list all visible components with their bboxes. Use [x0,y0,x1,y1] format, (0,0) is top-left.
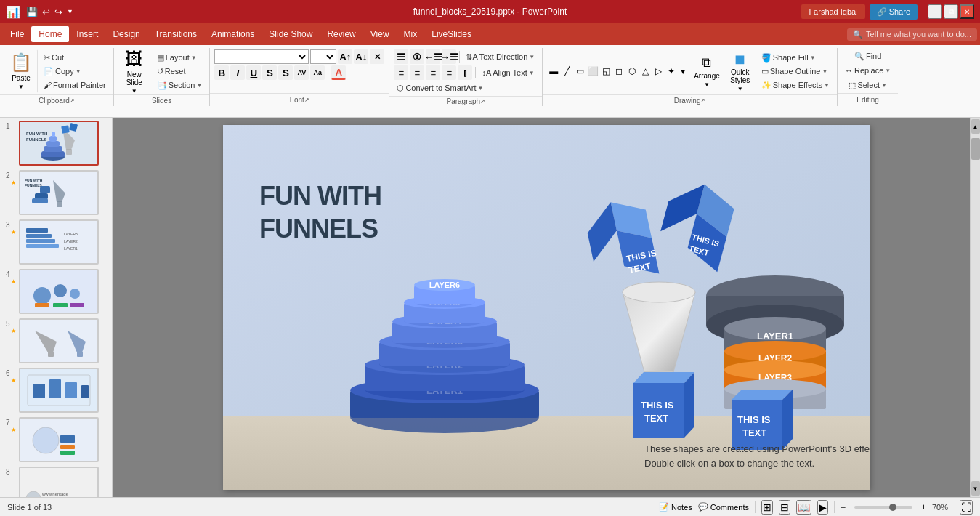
undo-button[interactable]: ↩ [41,5,52,19]
font-color-button[interactable]: A [331,65,346,80]
slide-thumb-6[interactable] [19,368,99,413]
vertical-scrollbar[interactable]: ▲ ▼ [970,118,980,497]
increase-indent-button[interactable]: →☰ [442,49,456,64]
slide-item-2[interactable]: 2 ★ FUN WITH FUNNELS [3,170,109,215]
slide-item-3[interactable]: 3 ★ LAYER3 LAYER2 LAYER1 [3,219,109,265]
scroll-down-button[interactable]: ▼ [971,481,980,496]
spacing-button[interactable]: AV [294,65,309,80]
menu-item-liveslides[interactable]: LiveSlides [424,26,479,42]
menu-item-file[interactable]: File [3,26,31,42]
shapes-more-arrow[interactable]: ▼ [679,68,687,76]
decrease-indent-button[interactable]: ←☰ [426,49,440,64]
shape-effects-button[interactable]: ✨ Shape Effects ▼ [758,78,833,92]
shape-cell[interactable]: ▬ [547,65,560,77]
shape-cell[interactable]: ◱ [599,65,612,77]
menu-item-transitions[interactable]: Transitions [147,26,204,42]
comments-button[interactable]: 💬 Comments [698,502,749,512]
font-size-select[interactable] [310,49,336,64]
align-text-button[interactable]: ↕A Align Text ▼ [479,66,537,79]
shape-outline-button[interactable]: ▭ Shape Outline ▼ [758,65,833,78]
find-button[interactable]: 🔍 Find [851,49,884,63]
notes-button[interactable]: 📝 Notes [659,502,692,512]
paragraph-expand[interactable]: ↗ [480,98,485,105]
shape-cell[interactable]: ⬜ [586,65,599,77]
share-button[interactable]: 🔗 Share [870,4,918,20]
reading-view-button[interactable]: 📖 [796,500,811,515]
slide-item-1[interactable]: 1 FUN WITH FUNNELS [3,121,109,166]
justify-button[interactable]: ≡ [442,65,456,80]
customize-qat-button[interactable]: ▼ [65,7,75,17]
slide-item-6[interactable]: 6 ★ [3,368,109,413]
bold-button[interactable]: B [214,65,229,80]
underline-button[interactable]: U [246,65,261,80]
menu-item-view[interactable]: View [363,26,397,42]
zoom-out-button[interactable]: − [841,502,846,512]
restore-button[interactable]: ⧉ [944,4,958,19]
convert-smartart-button[interactable]: ⬡ Convert to SmartArt ▼ [394,81,486,94]
menu-item-design[interactable]: Design [105,26,147,42]
align-left-button[interactable]: ≡ [394,65,408,80]
paste-button[interactable]: 📋 Paste ▼ [4,49,38,93]
format-painter-button[interactable]: 🖌 Format Painter [41,78,109,92]
slide-thumb-7[interactable] [19,417,99,462]
scroll-thumb[interactable] [971,138,980,160]
select-button[interactable]: ⬚ Select ▼ [846,78,890,92]
slide-thumb-8[interactable]: www.heritage [19,467,99,497]
menu-item-home[interactable]: Home [31,26,69,42]
clear-formatting-button[interactable]: ✕ [370,49,384,64]
shape-cell[interactable]: ╱ [560,65,573,77]
slide-panel[interactable]: 1 FUN WITH FUNNELS [0,118,113,497]
shape-cell[interactable]: ◻ [612,65,625,77]
arrange-button[interactable]: ⧉ Arrange ▼ [690,49,724,93]
numbering-button[interactable]: ① [410,49,424,64]
clipboard-expand[interactable]: ↗ [70,97,75,104]
shape-cell[interactable]: ✦ [665,65,678,77]
menu-item-review[interactable]: Review [320,26,363,42]
section-button[interactable]: 📑 Section ▼ [154,78,206,92]
reset-button[interactable]: ↺ Reset [154,65,206,78]
layout-button[interactable]: ▤ Layout ▼ [154,51,206,64]
align-right-button[interactable]: ≡ [426,65,440,80]
new-slide-button[interactable]: 🖼 NewSlide ▼ [118,49,150,93]
slide-item-4[interactable]: 4 ★ [3,269,109,314]
font-expand[interactable]: ↗ [304,97,309,103]
slide-item-7[interactable]: 7 ★ [3,417,109,462]
slide-item-8[interactable]: 8 www.heritage [3,467,109,497]
zoom-thumb[interactable] [889,504,896,511]
quick-styles-button[interactable]: ◼ QuickStyles ▼ [724,49,756,93]
menu-item-mix[interactable]: Mix [397,26,425,42]
close-button[interactable]: ✕ [960,4,974,19]
menu-item-insert[interactable]: Insert [69,26,105,42]
menu-item-animations[interactable]: Animations [204,26,262,42]
shape-cell[interactable]: △ [639,65,652,77]
tell-me-search[interactable]: 🔍 Tell me what you want to do... [847,28,977,41]
minimize-button[interactable]: ─ [928,4,942,19]
save-button[interactable]: 💾 [25,5,39,19]
shape-fill-button[interactable]: 🪣 Shape Fill ▼ [758,51,833,64]
normal-view-button[interactable]: ⊞ [761,500,773,515]
zoom-slider[interactable] [854,506,912,509]
menu-item-slideshow[interactable]: Slide Show [262,26,320,42]
slideshow-button[interactable]: ▶ [817,500,828,515]
drawing-expand[interactable]: ↗ [700,97,705,104]
slide-thumb-2[interactable]: FUN WITH FUNNELS [19,170,99,215]
shape-cell[interactable]: ▭ [573,65,586,77]
shadow-button[interactable]: S [278,65,293,80]
copy-button[interactable]: 📄 Copy ▼ [41,65,109,78]
slide-sorter-button[interactable]: ⊟ [779,500,790,515]
decrease-font-button[interactable]: A↓ [354,49,368,64]
slide-canvas[interactable]: FUN WITH FUNNELS LAYER1 LAYER2 LAYER3 [223,125,870,490]
slide-item-5[interactable]: 5 ★ [3,318,109,363]
slide-thumb-1[interactable]: FUN WITH FUNNELS [19,121,99,166]
font-name-select[interactable] [214,49,309,64]
text-direction-button[interactable]: ⇅A Text Direction ▼ [463,50,538,63]
fit-window-button[interactable]: ⛶ [960,500,973,515]
strikethrough-button[interactable]: S [262,65,277,80]
zoom-in-button[interactable]: + [921,502,926,512]
cut-button[interactable]: ✂ Cut [41,51,109,64]
user-account-button[interactable]: Farshad Iqbal [801,4,864,19]
bullets-button[interactable]: ☰ [394,49,408,64]
slide-thumb-4[interactable] [19,269,99,314]
slide-thumb-3[interactable]: LAYER3 LAYER2 LAYER1 [19,219,99,265]
italic-button[interactable]: I [230,65,245,80]
